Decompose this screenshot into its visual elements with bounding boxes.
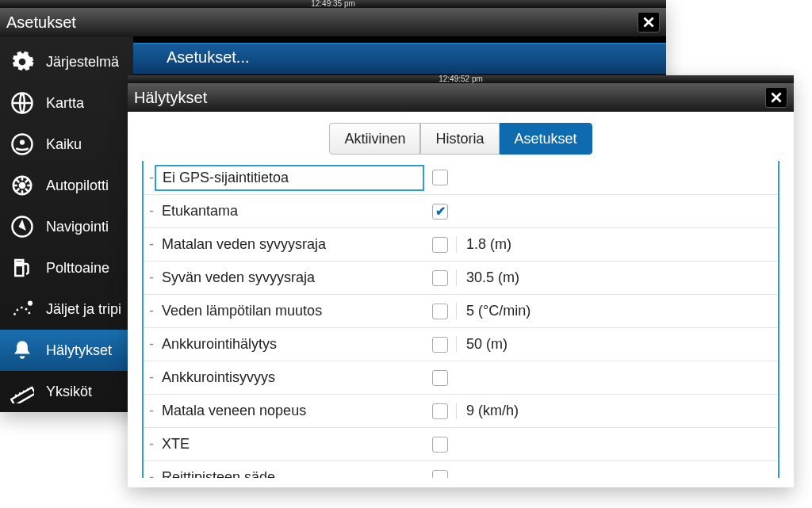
alarm-checkbox[interactable] <box>432 204 448 220</box>
sidebar-item-label: Navigointi <box>46 219 109 235</box>
svg-rect-8 <box>11 388 34 403</box>
ruler-icon <box>10 379 35 404</box>
alarm-checkbox[interactable] <box>432 270 448 286</box>
sidebar-item-sonar[interactable]: Kaiku <box>0 124 133 165</box>
alarm-label[interactable]: Matalan veden syvyysraja <box>155 232 424 257</box>
alarm-value[interactable]: 5 (°C/min) <box>456 303 778 319</box>
svg-point-7 <box>29 301 33 305</box>
tree-tick: - <box>144 469 155 478</box>
statusbar-time: 12:49:35 pm <box>0 0 666 8</box>
sidebar: JärjestelmäKarttaKaikuAutopilottiNavigoi… <box>0 36 133 412</box>
gear-icon <box>10 49 35 74</box>
alarm-label[interactable]: Matala veneen nopeus <box>155 399 424 423</box>
alarm-row: -Ankkurointihälytys50 (m) <box>144 327 778 361</box>
alarm-checkbox[interactable] <box>432 237 448 253</box>
sidebar-item-label: Polttoaine <box>46 260 109 277</box>
alarm-row: -Matala veneen nopeus9 (km/h) <box>144 394 778 427</box>
alarm-label[interactable]: XTE <box>155 432 424 456</box>
tab-aktiivinen[interactable]: Aktiivinen <box>329 123 420 155</box>
window-titlebar: Hälytykset <box>128 83 794 112</box>
wheel-icon <box>10 173 35 198</box>
close-button[interactable] <box>765 87 787 108</box>
alarm-label[interactable]: Ei GPS-sijaintitietoa <box>155 165 424 191</box>
alarm-checkbox[interactable] <box>432 337 448 353</box>
tree-tick: - <box>144 269 155 286</box>
tree-tick: - <box>144 336 155 353</box>
alarm-value[interactable]: 1.8 (m) <box>456 236 778 253</box>
sidebar-item-label: Hälytykset <box>46 342 112 359</box>
sidebar-item-trail[interactable]: Jäljet ja tripi <box>0 288 133 330</box>
sidebar-item-label: Järjestelmä <box>46 54 119 71</box>
tab-asetukset[interactable]: Asetukset <box>500 123 592 155</box>
alarm-label[interactable]: Etukantama <box>155 199 424 223</box>
alarm-value[interactable]: 9 (km/h) <box>456 403 778 419</box>
window-titlebar: Asetukset <box>0 8 666 36</box>
alarm-list: -Ei GPS-sijaintitietoa-Etukantama-Matala… <box>142 161 779 478</box>
tree-tick: - <box>144 170 155 186</box>
window-title: Asetukset <box>6 13 76 32</box>
sidebar-item-globe[interactable]: Kartta <box>0 82 133 124</box>
sidebar-item-label: Yksiköt <box>46 384 92 400</box>
alarm-row: -XTE <box>144 427 778 460</box>
statusbar-time: 12:49:52 pm <box>128 75 794 83</box>
sidebar-item-ruler[interactable]: Yksiköt <box>0 371 133 412</box>
tree-tick: - <box>144 303 155 319</box>
alarm-checkbox[interactable] <box>432 170 448 185</box>
close-icon <box>643 17 654 28</box>
alarm-checkbox[interactable] <box>432 470 448 479</box>
alarm-row: -Ankkurointisyvyys <box>144 361 778 394</box>
alarm-checkbox[interactable] <box>432 370 448 386</box>
close-icon <box>771 92 782 103</box>
alarms-window: 12:49:52 pm Hälytykset AktiivinenHistori… <box>128 75 794 487</box>
sidebar-item-compass[interactable]: Navigointi <box>0 206 133 247</box>
alarm-row: -Ei GPS-sijaintitietoa <box>144 161 778 194</box>
trail-icon <box>10 296 35 322</box>
sidebar-item-label: Jäljet ja tripi <box>46 301 121 318</box>
breadcrumb-banner[interactable]: Asetukset... <box>133 43 666 74</box>
sidebar-item-label: Kaiku <box>46 136 82 153</box>
alarm-checkbox[interactable] <box>432 403 448 419</box>
alarm-row: -Matalan veden syvyysraja1.8 (m) <box>144 227 778 261</box>
globe-icon <box>10 90 35 116</box>
fuel-icon <box>10 255 35 281</box>
alarm-value[interactable]: 50 (m) <box>456 336 778 353</box>
svg-point-4 <box>19 182 25 189</box>
sidebar-item-label: Kartta <box>46 95 84 112</box>
sonar-icon <box>10 132 35 157</box>
sidebar-item-bell[interactable]: Hälytykset <box>0 330 133 371</box>
alarm-row: -Etukantama <box>144 194 778 227</box>
svg-point-2 <box>21 140 25 144</box>
alarm-row: -Veden lämpötilan muutos5 (°C/min) <box>144 294 778 327</box>
alarm-row: -Reittipisteen säde <box>144 460 778 478</box>
compass-icon <box>10 214 35 239</box>
tab-bar: AktiivinenHistoriaAsetukset <box>128 123 794 155</box>
svg-rect-6 <box>17 262 23 266</box>
alarm-checkbox[interactable] <box>432 304 448 319</box>
sidebar-item-label: Autopilotti <box>46 178 109 194</box>
window-title: Hälytykset <box>134 89 207 107</box>
tree-tick: - <box>144 403 155 419</box>
alarm-label[interactable]: Ankkurointisyvyys <box>155 365 424 390</box>
tree-tick: - <box>144 436 155 453</box>
sidebar-item-gear[interactable]: Järjestelmä <box>0 41 133 82</box>
alarm-checkbox[interactable] <box>432 437 448 453</box>
alarm-label[interactable]: Syvän veden syvyysraja <box>155 265 424 290</box>
alarm-value[interactable]: 30.5 (m) <box>456 269 778 286</box>
alarm-label[interactable]: Veden lämpötilan muutos <box>155 299 424 323</box>
alarm-row: -Syvän veden syvyysraja30.5 (m) <box>144 261 778 294</box>
bell-icon <box>10 338 35 363</box>
sidebar-item-fuel[interactable]: Polttoaine <box>0 247 133 288</box>
tree-tick: - <box>144 369 155 386</box>
tree-tick: - <box>144 203 155 220</box>
close-button[interactable] <box>638 12 660 32</box>
tab-historia[interactable]: Historia <box>420 123 499 155</box>
alarm-label[interactable]: Reittipisteen säde <box>155 465 424 478</box>
tree-tick: - <box>144 236 155 253</box>
sidebar-item-wheel[interactable]: Autopilotti <box>0 165 133 206</box>
alarm-label[interactable]: Ankkurointihälytys <box>155 332 424 357</box>
